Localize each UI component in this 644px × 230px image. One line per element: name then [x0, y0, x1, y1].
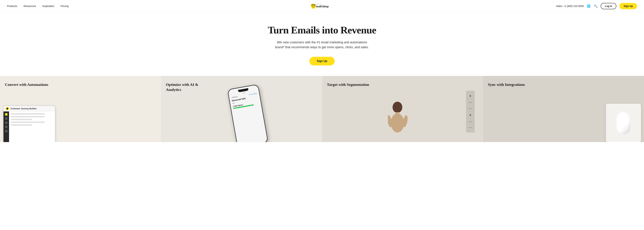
tablet-icon [6, 107, 9, 110]
ruler-mark-3 [468, 122, 472, 122]
feature-title-segmentation: Target with Segmentation [327, 82, 372, 87]
search-icon[interactable]: 🔍 [594, 4, 598, 8]
phone-screen: 7:14 < Reports View campaign Seasonal Sa… [228, 85, 268, 142]
ruler-dot-1 [470, 95, 471, 97]
hero-signup-button[interactable]: Sign Up [310, 57, 334, 66]
card-visual-integrations [488, 91, 639, 142]
nav-left: Products Resources Inspiration Pricing [7, 5, 68, 8]
nav-item-pricing[interactable]: Pricing [60, 5, 68, 8]
phone-mock: 7:14 < Reports View campaign Seasonal Sa… [227, 84, 268, 142]
sidebar-item-active [5, 113, 8, 116]
mock-line-1 [11, 113, 45, 115]
mock-line-4 [11, 122, 45, 123]
ruler-mark-2 [468, 108, 472, 109]
hero-section: Turn Emails into Revenue Win new custome… [0, 12, 644, 76]
ruler-mark-4 [468, 127, 472, 128]
nav-right: Sales: +1 (800) 315-5939 🌐 🔍 Log In Sign… [556, 3, 637, 9]
card-visual-analytics: 7:14 < Reports View campaign Seasonal Sa… [166, 96, 317, 142]
ruler-dot-2 [470, 114, 471, 116]
svg-text:mailchimp: mailchimp [316, 5, 328, 8]
device-mock [606, 104, 641, 142]
nav-logo[interactable]: INTUIT mailchimp [309, 2, 335, 10]
hero-title: Turn Emails into Revenue [268, 24, 376, 36]
feature-card-segmentation: Target with Segmentation [322, 76, 483, 142]
feature-title-analytics: Optimize with AI & Analytics [166, 82, 211, 92]
svg-text:INTUIT: INTUIT [316, 4, 322, 5]
feature-card-integrations: Sync with Integrations [483, 76, 644, 142]
mock-line-5 [11, 124, 32, 126]
svg-point-1 [310, 5, 312, 7]
nav-phone: Sales: +1 (800) 315-5939 [556, 5, 584, 8]
signup-nav-button[interactable]: Sign Up [620, 3, 637, 9]
svg-point-7 [6, 108, 8, 110]
feature-strip: Convert with Automations Customer Journe… [0, 76, 644, 142]
nav-item-inspiration[interactable]: Inspiration [42, 5, 54, 8]
white-cylinder [616, 112, 630, 134]
nav-item-products[interactable]: Products [7, 5, 17, 8]
feature-card-automations: Convert with Automations Customer Journe… [0, 76, 161, 142]
nav-item-resources[interactable]: Resources [24, 5, 36, 8]
globe-icon[interactable]: 🌐 [587, 4, 590, 8]
phone-reports-label: < Reports [231, 96, 238, 99]
svg-point-10 [391, 113, 404, 132]
svg-point-3 [312, 5, 313, 6]
tablet-mock: Customer Journey Builder [3, 106, 55, 142]
mock-line-2 [11, 116, 45, 117]
svg-point-8 [392, 102, 402, 113]
phone-view-campaign: View campaign [249, 93, 257, 95]
phone-mock-container: 7:14 < Reports View campaign Seasonal Sa… [227, 84, 268, 142]
sidebar-item-2 [5, 122, 8, 124]
ruler-mark-1 [468, 102, 472, 103]
device-inner [606, 104, 640, 142]
card-visual-automations: Customer Journey Builder [5, 91, 156, 142]
main-nav: Products Resources Inspiration Pricing [0, 0, 644, 12]
card-visual-segmentation [327, 91, 478, 142]
ruler-mock [466, 91, 475, 132]
hero-subtitle: Win new customers with the #1 email mark… [273, 40, 371, 50]
tablet-title: Customer Journey Builder [10, 107, 37, 110]
feature-title-automations: Convert with Automations [5, 82, 50, 87]
tablet-header: Customer Journey Builder [4, 106, 55, 111]
sidebar-item-3 [5, 126, 8, 128]
svg-point-4 [314, 5, 314, 6]
mock-line-3 [11, 119, 32, 120]
person-silhouette [388, 100, 409, 142]
feature-card-analytics: Optimize with AI & Analytics 7:14 < Repo… [161, 76, 322, 142]
tablet-sidebar [4, 111, 9, 142]
login-button[interactable]: Log In [601, 3, 616, 9]
tablet-content [9, 111, 55, 142]
feature-title-integrations: Sync with Integrations [488, 82, 533, 87]
sidebar-item-4 [5, 130, 8, 132]
sidebar-item-1 [5, 117, 8, 120]
